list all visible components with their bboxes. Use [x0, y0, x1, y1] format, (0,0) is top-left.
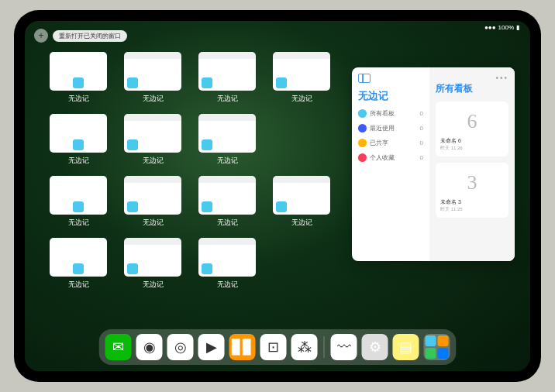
app-preview	[50, 52, 107, 91]
board-name: 未命名 3	[440, 198, 504, 206]
top-controls: + 重新打开已关闭的窗口	[34, 29, 127, 43]
app-window-thumbnail[interactable]: 无边记	[48, 114, 109, 170]
app-expose-grid: 无边记无边记无边记无边记无边记无边记无边记无边记无边记无边记无边记无边记无边记无…	[48, 52, 332, 294]
board-date: 昨天 11:25	[440, 206, 504, 213]
app-window-thumbnail[interactable]: 无边记	[197, 176, 257, 232]
dock-icon-quark[interactable]: ◉	[136, 334, 163, 360]
dock-icon-atoms[interactable]: ⁂	[291, 334, 318, 360]
ipad-screen: ●●● 100% ▮ + 重新打开已关闭的窗口 无边记无边记无边记无边记无边记无…	[25, 21, 530, 371]
dock-icon-dice[interactable]: ⊡	[260, 334, 287, 360]
category-label: 个人收藏	[370, 153, 395, 162]
sidebar-category[interactable]: 所有看板 0	[358, 109, 423, 118]
category-label: 所有看板	[370, 109, 395, 118]
dock-app-library[interactable]	[424, 334, 450, 360]
app-label: 无边记	[217, 156, 238, 166]
app-label: 无边记	[143, 218, 164, 228]
app-label: 无边记	[68, 218, 89, 228]
category-count: 0	[420, 139, 423, 146]
category-label: 已共享	[370, 139, 388, 147]
board-name: 未命名 6	[440, 137, 504, 145]
freeform-sidebar: 无边记 所有看板 0 最近使用 0 已共享 0 个人收藏 0	[352, 67, 429, 261]
dock-icon-quark-hd[interactable]: ◎	[167, 334, 194, 360]
app-label: 无边记	[143, 280, 164, 290]
category-icon	[358, 109, 367, 118]
more-icon[interactable]: •••	[436, 74, 508, 82]
board-thumbnail: 6	[440, 106, 504, 137]
app-preview	[124, 238, 181, 277]
app-preview	[198, 176, 256, 215]
category-icon	[358, 124, 367, 132]
app-label: 无边记	[291, 218, 312, 228]
reopen-closed-window-button[interactable]: 重新打开已关闭的窗口	[53, 30, 127, 42]
category-count: 0	[420, 110, 423, 117]
dock-separator	[324, 336, 325, 358]
dock-icon-notes[interactable]: ▤	[393, 334, 419, 360]
app-label: 无边记	[143, 156, 164, 166]
app-label: 无边记	[291, 94, 312, 104]
app-window-thumbnail[interactable]: 无边记	[271, 176, 332, 232]
app-preview	[50, 238, 107, 277]
app-preview	[198, 238, 256, 277]
ipad-frame: ●●● 100% ▮ + 重新打开已关闭的窗口 无边记无边记无边记无边记无边记无…	[14, 10, 541, 382]
app-preview	[198, 52, 256, 91]
sidebar-category[interactable]: 最近使用 0	[358, 124, 423, 132]
app-label: 无边记	[68, 280, 89, 290]
sidebar-title: 无边记	[358, 89, 423, 103]
dock: ✉◉◎▶▊▊⊡⁂〰⚙▤	[99, 329, 457, 365]
board-thumbnail: 3	[440, 167, 504, 198]
dock-icon-books[interactable]: ▊▊	[229, 334, 256, 360]
app-window-thumbnail[interactable]: 无边记	[197, 52, 257, 108]
app-label: 无边记	[217, 94, 238, 104]
app-preview	[273, 52, 330, 91]
dock-icon-wechat[interactable]: ✉	[105, 334, 132, 360]
main-title: 所有看板	[436, 82, 508, 95]
app-label: 无边记	[68, 94, 89, 104]
app-label: 无边记	[217, 218, 238, 228]
app-window-thumbnail[interactable]: 无边记	[122, 238, 183, 294]
board-card[interactable]: 6 未命名 6 昨天 11:26	[436, 101, 508, 156]
battery-icon: ▮	[516, 24, 519, 31]
status-bar: ●●● 100% ▮	[484, 24, 519, 31]
category-label: 最近使用	[370, 124, 395, 132]
app-window-thumbnail[interactable]: 无边记	[122, 52, 183, 108]
add-window-button[interactable]: +	[34, 29, 48, 43]
sidebar-toggle-icon[interactable]	[358, 74, 371, 83]
app-label: 无边记	[217, 280, 238, 290]
category-count: 0	[420, 154, 423, 161]
freeform-main-pane: ••• 所有看板 6 未命名 6 昨天 11:263 未命名 3 昨天 11:2…	[429, 67, 515, 261]
category-icon	[358, 153, 367, 162]
sidebar-category[interactable]: 已共享 0	[358, 139, 423, 147]
signal-icon: ●●●	[484, 24, 496, 31]
app-preview	[50, 176, 107, 215]
app-preview	[124, 52, 181, 91]
freeform-window[interactable]: 无边记 所有看板 0 最近使用 0 已共享 0 个人收藏 0 ••• 所有看板 …	[352, 67, 515, 261]
app-window-thumbnail[interactable]: 无边记	[48, 176, 109, 232]
app-preview	[198, 114, 256, 153]
dock-icon-settings[interactable]: ⚙	[362, 334, 388, 360]
category-icon	[358, 139, 367, 147]
sidebar-category[interactable]: 个人收藏 0	[358, 153, 423, 162]
app-window-thumbnail[interactable]: 无边记	[271, 52, 332, 108]
app-window-thumbnail[interactable]: 无边记	[48, 238, 109, 294]
app-window-thumbnail[interactable]: 无边记	[197, 114, 257, 170]
app-window-thumbnail[interactable]: 无边记	[122, 114, 183, 170]
dock-icon-play[interactable]: ▶	[198, 334, 225, 360]
category-count: 0	[420, 125, 423, 132]
app-label: 无边记	[68, 156, 89, 166]
board-card[interactable]: 3 未命名 3 昨天 11:25	[436, 163, 508, 218]
dock-icon-freeform[interactable]: 〰	[331, 334, 357, 360]
battery-text: 100%	[498, 24, 514, 31]
app-preview	[124, 114, 181, 153]
app-window-thumbnail[interactable]: 无边记	[122, 176, 183, 232]
app-preview	[50, 114, 107, 153]
app-window-thumbnail[interactable]: 无边记	[48, 52, 109, 108]
app-label: 无边记	[143, 94, 164, 104]
app-preview	[273, 176, 330, 215]
app-window-thumbnail[interactable]: 无边记	[197, 238, 257, 294]
board-date: 昨天 11:26	[440, 145, 504, 152]
app-preview	[124, 176, 181, 215]
